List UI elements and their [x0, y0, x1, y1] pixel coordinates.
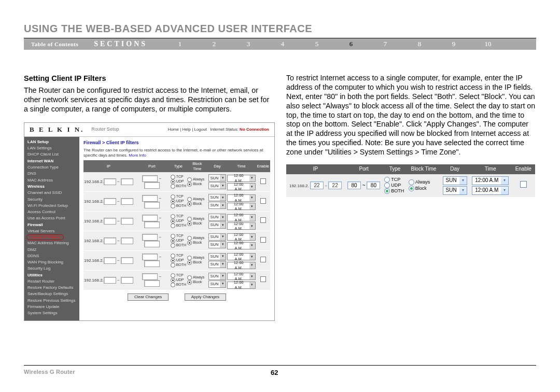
section-4[interactable]: 4	[265, 40, 300, 48]
day-select[interactable]: SUN▾	[443, 176, 467, 185]
ip-a-input[interactable]: 22	[310, 181, 324, 189]
ip-b-input[interactable]	[121, 218, 133, 225]
time-select[interactable]: 12:00 A.M.▾	[227, 253, 255, 260]
both-radio[interactable]	[171, 184, 175, 189]
time-select[interactable]: 12:00 A.M.▾	[227, 233, 255, 241]
enable-checkbox[interactable]	[260, 178, 266, 184]
toc-link[interactable]: Table of Contents	[31, 41, 78, 47]
sidebar-item[interactable]: Restore Factory Defaults	[24, 285, 79, 291]
block-radio[interactable]	[187, 202, 192, 206]
ip-b-input[interactable]	[121, 277, 133, 284]
sidebar-item[interactable]: DNS	[24, 171, 79, 177]
tcp-radio[interactable]	[171, 194, 175, 199]
enable-checkbox[interactable]	[260, 276, 266, 282]
day-select-2[interactable]: SUN▾	[208, 221, 227, 229]
sidebar-item[interactable]: Use as Access Point	[24, 215, 79, 221]
sidebar-item[interactable]: Security	[24, 196, 79, 202]
port-b-input[interactable]: 80	[367, 181, 380, 189]
port-a-input[interactable]: 80	[347, 181, 361, 189]
block-radio[interactable]	[409, 186, 414, 191]
section-5[interactable]: 5	[300, 40, 334, 48]
day-select[interactable]: SUN▾	[208, 253, 227, 260]
tcp-radio[interactable]	[171, 175, 175, 179]
enable-checkbox[interactable]	[260, 217, 266, 223]
sidebar-item[interactable]: DHCP Client List	[24, 151, 79, 158]
ip-a-input[interactable]	[104, 277, 116, 284]
block-radio[interactable]	[187, 260, 192, 265]
time-select-2[interactable]: 12:00 A.M.▾	[227, 183, 255, 190]
always-radio[interactable]	[187, 177, 192, 182]
section-1[interactable]: 1	[163, 40, 197, 48]
sidebar-item[interactable]: Firmware Update	[24, 303, 79, 310]
port-a-input[interactable]	[142, 215, 158, 221]
section-3[interactable]: 3	[231, 40, 265, 48]
udp-radio[interactable]	[171, 219, 175, 223]
sidebar-item[interactable]: System Settings	[24, 310, 79, 316]
day-select[interactable]: SUN▾	[208, 174, 227, 181]
port-a-input[interactable]	[142, 273, 158, 280]
section-9[interactable]: 9	[437, 40, 471, 48]
both-radio[interactable]	[171, 223, 175, 228]
time-select-2[interactable]: 12:00 A.M.▾	[227, 242, 255, 249]
port-b-input[interactable]	[144, 221, 160, 228]
sidebar-item[interactable]: Client IP Filters	[24, 234, 79, 240]
sidebar-item[interactable]: DMZ	[24, 246, 79, 253]
time-select[interactable]: 12:00 A.M▾	[472, 176, 509, 185]
enable-checkbox[interactable]	[260, 257, 266, 262]
time-select-2[interactable]: 12:00 A.M▾	[472, 186, 509, 195]
sidebar-item[interactable]: WAN Ping Blocking	[24, 259, 79, 265]
apply-button[interactable]: Apply Changes	[185, 293, 226, 301]
ip-b-input[interactable]	[121, 178, 133, 185]
section-7[interactable]: 7	[368, 40, 402, 48]
udp-radio[interactable]	[171, 258, 175, 263]
sidebar-item[interactable]: MAC Address	[24, 177, 79, 183]
sidebar-item[interactable]: DDNS	[24, 253, 79, 259]
ip-a-input[interactable]	[104, 257, 116, 264]
always-radio[interactable]	[409, 179, 414, 185]
udp-radio[interactable]	[171, 179, 175, 184]
port-a-input[interactable]	[142, 195, 158, 202]
block-radio[interactable]	[187, 221, 192, 226]
day-select-2[interactable]: SUN▾	[208, 202, 227, 209]
udp-radio[interactable]	[171, 239, 175, 243]
ip-a-input[interactable]	[104, 237, 116, 244]
port-a-input[interactable]	[142, 254, 158, 260]
day-select[interactable]: SUN▾	[208, 194, 227, 201]
ip-b-input[interactable]	[121, 237, 133, 244]
sidebar-item[interactable]: Connection Type	[24, 164, 79, 171]
day-select[interactable]: SUN▾	[208, 273, 227, 280]
always-radio[interactable]	[187, 275, 192, 280]
udp-radio[interactable]	[171, 278, 175, 283]
port-b-input[interactable]	[144, 182, 160, 189]
sidebar-item[interactable]: Restart Router	[24, 278, 79, 285]
port-a-input[interactable]	[142, 175, 158, 182]
port-b-input[interactable]	[144, 241, 160, 247]
sidebar-item[interactable]: LAN Settings	[24, 145, 79, 151]
enable-checkbox[interactable]	[520, 181, 527, 188]
both-radio[interactable]	[171, 243, 175, 248]
port-a-input[interactable]	[142, 234, 158, 241]
ip-b-input[interactable]	[121, 257, 133, 264]
clear-button[interactable]: Clear Changes	[128, 293, 169, 301]
day-select-2[interactable]: SUN▾	[208, 241, 227, 248]
time-select-2[interactable]: 12:00 A.M.▾	[227, 222, 255, 230]
time-select[interactable]: 12:00 A.M.▾	[227, 175, 255, 182]
time-select-2[interactable]: 12:00 A.M.▾	[227, 282, 255, 289]
always-radio[interactable]	[187, 217, 192, 221]
sidebar-item[interactable]: Access Control	[24, 209, 79, 215]
day-select[interactable]: SUN▾	[208, 214, 227, 221]
tcp-radio[interactable]	[171, 234, 175, 239]
ip-b-input[interactable]	[121, 198, 133, 205]
sidebar-item[interactable]: Channel and SSID	[24, 190, 79, 196]
tcp-radio[interactable]	[171, 214, 175, 219]
tcp-radio[interactable]	[171, 273, 175, 278]
udp-radio[interactable]	[171, 199, 175, 204]
port-b-input[interactable]	[144, 280, 160, 287]
ip-a-input[interactable]	[104, 218, 116, 225]
section-10[interactable]: 10	[471, 40, 505, 48]
both-radio[interactable]	[171, 204, 175, 208]
enable-checkbox[interactable]	[260, 198, 266, 204]
more-info-link[interactable]: More Info	[129, 153, 146, 158]
always-radio[interactable]	[187, 197, 192, 202]
port-b-input[interactable]	[144, 202, 160, 208]
